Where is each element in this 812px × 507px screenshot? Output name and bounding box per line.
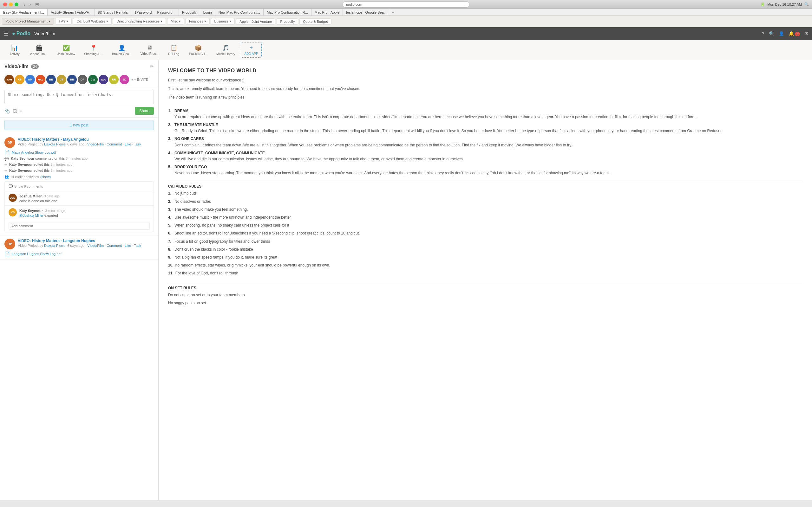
tab-0[interactable]: Easy Sky Replacement I... xyxy=(0,9,48,15)
tab-1[interactable]: Activity Stream | Video/F... xyxy=(48,9,95,15)
avatar-jwg[interactable]: JWG xyxy=(99,75,108,84)
avatar-bb2[interactable]: BB xyxy=(67,75,77,84)
post-title-1[interactable]: VIDEO: History Matters - Maya Angelou xyxy=(18,137,154,142)
invite-button[interactable]: + + INVITE xyxy=(131,78,148,81)
comment-avatar-ks[interactable]: KS xyxy=(9,208,17,216)
bookmark-podio[interactable]: Podio Project Management ▾ xyxy=(2,18,54,25)
nav-activity[interactable]: 📊 Activity xyxy=(5,43,24,58)
bookmark-apple[interactable]: Apple - Joint Venture xyxy=(236,18,275,25)
workspace-name: Video/Film xyxy=(34,31,55,36)
post-workspace-2[interactable]: Video/Film xyxy=(87,244,104,247)
tab-2[interactable]: (8) Status | Rentals xyxy=(95,9,131,15)
share-button[interactable]: Share xyxy=(135,107,154,115)
bookmark-tv[interactable]: TV's ▾ xyxy=(55,18,72,25)
maximize-button[interactable] xyxy=(14,3,18,6)
post-meta-2: VIDEO: History Matters - Langston Hughes… xyxy=(18,239,154,247)
tab-6[interactable]: New Mac Pro Configurati... xyxy=(215,9,264,15)
nav-dit-log[interactable]: 📋 DIT Log xyxy=(164,43,183,58)
compose-input[interactable] xyxy=(4,90,154,104)
nav-josh-review[interactable]: ✅ Josh Review xyxy=(54,43,78,58)
ci-rules-title: C&I VIDEO RULES xyxy=(168,184,803,188)
nav-video-proc[interactable]: 🖥 Video Proc... xyxy=(137,43,162,57)
tab-4[interactable]: Proposify xyxy=(179,9,200,15)
new-post-banner[interactable]: 1 new post xyxy=(4,120,154,130)
list-icon[interactable]: ≡ xyxy=(19,108,22,113)
avatar-sd[interactable]: SD xyxy=(119,75,129,84)
principle-text-5: Never assume. Never stop learning. The m… xyxy=(174,171,610,175)
attachment-1[interactable]: 📄 Maya Angelou Show Log.pdf xyxy=(4,150,154,155)
image-icon[interactable]: 🖼 xyxy=(12,108,17,113)
post-action-like-2[interactable]: Like xyxy=(125,244,131,247)
bookmark-c-built[interactable]: C&I Built Websites ▾ xyxy=(73,18,112,25)
post-action-like-1[interactable]: Like xyxy=(125,142,131,146)
videoproc-icon: 🖥 xyxy=(147,44,152,51)
url-bar[interactable]: podio.com xyxy=(343,1,469,8)
forward-button[interactable]: › xyxy=(28,1,32,8)
post-action-task-1[interactable]: Task xyxy=(134,142,141,146)
post-author-1[interactable]: Dakota Pierre xyxy=(44,142,65,146)
post-action-comment-2[interactable]: Comment xyxy=(107,244,122,247)
messages-icon[interactable]: ✉ xyxy=(804,31,808,36)
nav-broken-gear[interactable]: 👤 Broken Gea... xyxy=(109,43,135,58)
mac-window-controls[interactable] xyxy=(3,3,18,6)
post-item-2: DP VIDEO: History Matters - Langston Hug… xyxy=(0,235,158,260)
hamburger-icon[interactable]: ☰ xyxy=(4,31,8,37)
new-tab-button[interactable]: + xyxy=(390,10,396,15)
add-comment-box xyxy=(5,220,154,232)
avatar-jt[interactable]: JT xyxy=(57,75,66,84)
tab-8[interactable]: Mac Pro - Apple xyxy=(311,9,343,15)
attachment-2[interactable]: 📄 Langston Hughes Show Log.pdf xyxy=(4,251,154,257)
welcome-title: WELCOME TO THE VIDEO WORLD xyxy=(168,68,803,73)
show-comments-toggle[interactable]: 💬 Show 9 comments xyxy=(5,181,154,191)
search-icon[interactable]: 🔍 xyxy=(804,2,809,6)
show-more-activities[interactable]: 👥 14 earlier activities (show) xyxy=(4,175,154,179)
grid-button[interactable]: ⊞ xyxy=(34,1,40,8)
comment-avatar-jom[interactable]: JOM xyxy=(9,193,17,202)
close-button[interactable] xyxy=(3,3,7,6)
avatar-jom[interactable]: JOM xyxy=(4,75,14,84)
mac-nav[interactable]: ‹ › ⊞ xyxy=(22,1,40,8)
avatar-ks[interactable]: KS xyxy=(15,75,24,84)
principle-5: 5. DROP YOUR EGONever assume. Never stop… xyxy=(168,164,803,176)
avatar-rr[interactable]: RR xyxy=(109,75,119,84)
add-comment-input[interactable] xyxy=(9,222,150,230)
avatar-am[interactable]: AM xyxy=(26,75,35,84)
bookmark-business[interactable]: Business ▾ xyxy=(211,18,235,25)
bookmark-misc[interactable]: Misc ▾ xyxy=(167,18,184,25)
avatar-mas[interactable]: MAS xyxy=(36,75,45,84)
edit-icon[interactable]: ✏ xyxy=(150,64,154,69)
nav-josh-review-label: Josh Review xyxy=(57,52,75,56)
search-header-icon[interactable]: 🔍 xyxy=(769,31,774,36)
nav-video-film[interactable]: 🎬 Video/Film ... xyxy=(27,43,51,58)
avatar-dp[interactable]: DP xyxy=(78,75,87,84)
tab-5[interactable]: Login xyxy=(200,9,215,15)
bookmark-quote[interactable]: Quote & Budget xyxy=(299,18,331,25)
avatar-bb1[interactable]: BB xyxy=(46,75,56,84)
post-avatar-2[interactable]: DP xyxy=(4,239,15,249)
back-button[interactable]: ‹ xyxy=(22,1,26,8)
tab-9[interactable]: tesla hope - Google Sea... xyxy=(343,9,390,15)
post-avatar-1[interactable]: DP xyxy=(4,137,15,148)
tab-7[interactable]: Mac Pro Configuration R... xyxy=(264,9,311,15)
bookmark-finances[interactable]: Finances ▾ xyxy=(186,18,210,25)
user-icon[interactable]: 👤 xyxy=(779,31,784,36)
minimize-button[interactable] xyxy=(9,3,13,6)
post-author-2[interactable]: Dakota Pierre xyxy=(44,244,65,247)
notifications-icon[interactable]: 🔔 8 xyxy=(789,31,800,36)
nav-add-app[interactable]: + ADD APP xyxy=(241,42,261,58)
bookmark-directing[interactable]: Directing/Editing Resources ▾ xyxy=(113,18,166,25)
bookmark-proposify[interactable]: Proposify xyxy=(276,18,298,25)
post-workspace-1[interactable]: Video/Film xyxy=(87,142,104,146)
attachment-icon[interactable]: 📎 xyxy=(4,108,10,113)
tab-3[interactable]: 1Password — Password... xyxy=(131,9,179,15)
help-icon[interactable]: ? xyxy=(762,31,764,36)
post-action-comment-1[interactable]: Comment xyxy=(107,142,122,146)
avatar-cw[interactable]: CW xyxy=(88,75,98,84)
nav-music-library[interactable]: 🎵 Music Library xyxy=(213,43,238,58)
nav-packing[interactable]: 📦 PACKING I... xyxy=(186,43,211,58)
post-action-task-2[interactable]: Task xyxy=(134,244,141,247)
show-activities-link[interactable]: (show) xyxy=(40,175,51,179)
activity-feed: DP VIDEO: History Matters - Maya Angelou… xyxy=(0,133,158,500)
post-title-2[interactable]: VIDEO: History Matters - Langston Hughes xyxy=(18,239,154,243)
nav-shooting[interactable]: 📍 Shooting & ... xyxy=(81,43,106,58)
